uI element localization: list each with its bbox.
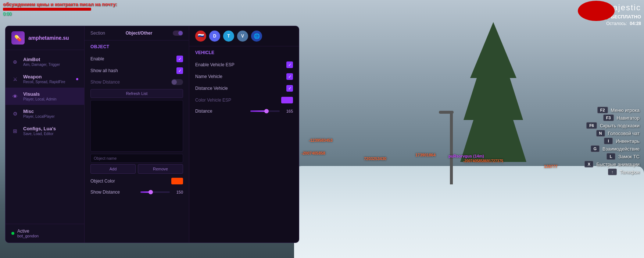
option-row-distance-slider: Distance 165: [189, 106, 299, 116]
add-btn[interactable]: Add: [90, 164, 136, 174]
key-hint-n: N Голосовой чат: [584, 130, 640, 137]
sidebar-item-visuals[interactable]: 👁 Visuals Player, Local, Admin: [6, 88, 84, 105]
key-badge-n: N: [596, 130, 605, 137]
key-badge-f6: F6: [586, 122, 597, 129]
weapon-subtitle: Recoil, Spread, RapidFire: [23, 80, 65, 84]
remove-btn[interactable]: Remove: [138, 164, 183, 174]
weapon-icon: ⚔: [11, 75, 19, 83]
show-distance-thumb[interactable]: [149, 190, 153, 194]
configs-subtitle: Save, Load, Editor: [23, 132, 56, 136]
key-text-n: Голосовой чат: [608, 131, 640, 136]
key-hints-panel: F2 Меню игрока F3 Навигатор F6 Скрыть по…: [584, 107, 640, 175]
show-distance-slider-label: Show Distance: [90, 190, 120, 195]
hud-time-row: Осталось: 04:28: [606, 21, 641, 26]
distance-thumb[interactable]: [264, 109, 269, 113]
distance-slider-label: Distance: [195, 109, 212, 114]
chat-line-1: обсуждением цены и контракта писал на по…: [3, 1, 117, 7]
sidebar-item-aimbot[interactable]: ⊕ AimBot Aim, Damager, Trigger: [6, 53, 84, 70]
option-row-show-distance-toggle: Show Distance: [85, 77, 189, 88]
time-label: Осталось:: [606, 21, 627, 26]
option-row-object-color: Object Color: [85, 175, 189, 187]
option-row-name-vehicle: Name Vehicle ✓: [189, 71, 299, 82]
sidebar-footer: Active bot_gondon: [6, 224, 84, 243]
visuals-icon: 👁: [11, 93, 19, 100]
show-distance-toggle[interactable]: [171, 79, 183, 85]
key-badge-i: I: [604, 138, 613, 144]
object-section-title: Object: [85, 40, 189, 52]
section-label: Section: [90, 31, 105, 36]
key-badge-x: X: [584, 161, 593, 167]
avatar-emoji: 💊: [14, 35, 22, 42]
key-text-f6: Скрыть подсказки: [600, 123, 640, 128]
chat-overlay: обсуждением цены и контракта писал на по…: [0, 0, 120, 18]
show-all-hash-checkbox[interactable]: ✓: [176, 67, 183, 74]
social-globe[interactable]: 🌐: [251, 31, 262, 42]
sidebar-item-configs[interactable]: ⊞ Configs, Lua's Save, Load, Editor: [6, 122, 84, 139]
key-badge-f3: F3: [603, 114, 614, 121]
key-hint-f6: F6 Скрыть подсказки: [584, 122, 640, 129]
weapon-title: Weapon: [23, 74, 65, 79]
vehicle-section-title: Vehicle: [189, 46, 299, 57]
center-panel-header: Section Object/Other: [85, 26, 189, 40]
object-list-box: [90, 100, 183, 152]
right-panel: 🇷🇺 D T V 🌐 Vehicle Enable Vehicle ESP ✓ …: [189, 26, 299, 243]
option-row-distance-vehicle: Distance Vehicle ✓: [189, 82, 299, 94]
name-vehicle-checkbox[interactable]: ✓: [286, 73, 293, 80]
key-badge-l: L: [607, 153, 615, 160]
visuals-subtitle: Player, Local, Admin: [23, 97, 57, 101]
show-distance-value: 150: [173, 190, 183, 194]
key-text-up: Телефон: [620, 169, 640, 175]
key-text-f3: Навигатор: [617, 115, 640, 121]
key-hint-f3: F3 Навигатор: [584, 114, 640, 121]
distance-value: 165: [283, 109, 293, 113]
btn-row: Add Remove: [90, 164, 183, 174]
chat-line-3: 0:00: [3, 11, 117, 17]
option-row-enable: Enable ✓: [85, 53, 189, 65]
name-vehicle-label: Name Vehicle: [195, 74, 222, 79]
color-vehicle-esp-swatch[interactable]: [281, 97, 293, 103]
option-row-show-distance-slider: Show Distance 150: [85, 187, 189, 197]
key-text-x: Быстрые анимации: [596, 162, 640, 167]
show-distance-track[interactable]: [140, 191, 170, 193]
key-badge-g: G: [591, 145, 600, 152]
footer-active-label: Active: [17, 229, 39, 234]
show-all-hash-label: Show all hash: [90, 68, 118, 73]
free-label: БЕСПЛАТНО: [611, 14, 641, 20]
status-dot: [11, 232, 14, 235]
distance-track[interactable]: [250, 110, 280, 112]
object-color-swatch[interactable]: [171, 178, 183, 184]
object-name-input[interactable]: Object name: [90, 154, 183, 163]
key-text-i: Инвентарь: [616, 138, 640, 144]
sidebar: 💊 amphetamine.su ⊕ AimBot Aim, Damager, …: [6, 26, 85, 243]
key-hint-up: ↑ Телефон: [584, 169, 640, 175]
vehicle-content: Enable Vehicle ESP ✓ Name Vehicle ✓ Dist…: [189, 57, 299, 243]
sidebar-avatar: 💊: [11, 31, 25, 45]
option-row-show-all-hash: Show all hash ✓: [85, 65, 189, 77]
social-row: 🇷🇺 D T V 🌐: [189, 26, 299, 46]
enable-checkbox[interactable]: ✓: [176, 56, 183, 62]
refresh-btn[interactable]: Refresh List: [90, 89, 183, 98]
enable-vehicle-esp-checkbox[interactable]: ✓: [286, 61, 293, 68]
distance-vehicle-checkbox[interactable]: ✓: [286, 85, 293, 92]
chat-line-2: [3, 8, 91, 11]
sidebar-item-weapon[interactable]: ⚔ Weapon Recoil, Spread, RapidFire: [6, 70, 84, 88]
section-toggle[interactable]: [173, 31, 183, 36]
menu-container: 💊 amphetamine.su ⊕ AimBot Aim, Damager, …: [5, 26, 299, 243]
center-panel-content: Enable ✓ Show all hash ✓ Show Distance R…: [85, 52, 189, 243]
key-badge-f2: F2: [597, 107, 608, 113]
social-ru[interactable]: 🇷🇺: [195, 31, 206, 42]
social-discord[interactable]: D: [209, 31, 220, 42]
show-distance-slider-container: 150: [140, 190, 183, 194]
social-vk[interactable]: V: [237, 31, 248, 42]
weapon-dot: [76, 78, 78, 80]
key-text-g: Взаимодействие: [602, 146, 640, 152]
show-distance-toggle-label: Show Distance: [90, 79, 120, 85]
visuals-title: Visuals: [23, 91, 57, 97]
sidebar-item-misc[interactable]: ⚙ Misc Player, LocalPlayer: [6, 105, 84, 122]
configs-icon: ⊞: [11, 127, 19, 135]
social-telegram[interactable]: T: [223, 31, 234, 42]
distance-slider-container: 165: [250, 109, 293, 113]
aimbot-title: AimBot: [23, 57, 60, 62]
key-hint-x: X Быстрые анимации: [584, 161, 640, 167]
snow-ground: [294, 166, 644, 258]
